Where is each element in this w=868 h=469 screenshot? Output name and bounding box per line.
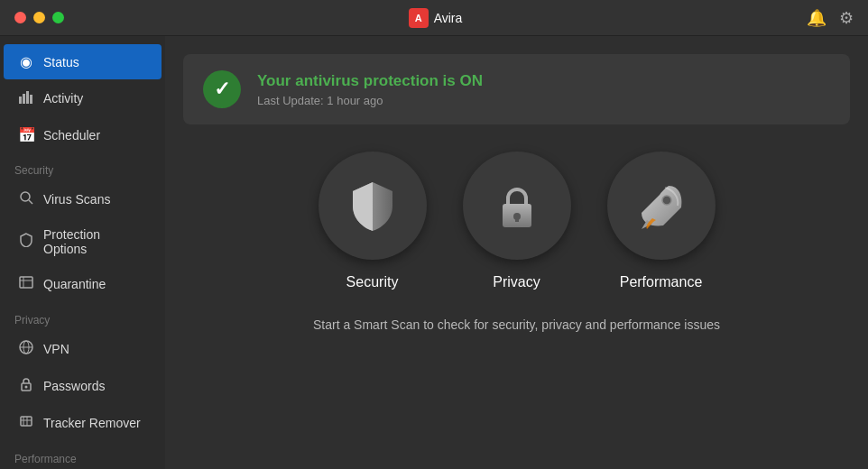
svg-point-4: [21, 192, 30, 201]
passwords-icon: [18, 377, 34, 395]
svg-rect-6: [20, 277, 32, 288]
svg-rect-0: [19, 97, 22, 104]
privacy-icon-circle: [463, 152, 571, 260]
main-layout: ◉ Status Activity 📅 Scheduler Security: [0, 36, 868, 469]
sidebar-label-vpn: VPN: [43, 342, 69, 356]
rocket-svg: [633, 177, 690, 234]
sidebar-item-scheduler[interactable]: 📅 Scheduler: [4, 117, 162, 152]
feature-card-security[interactable]: Security: [319, 152, 427, 290]
svg-rect-13: [21, 417, 32, 426]
maximize-button[interactable]: [52, 12, 64, 23]
svg-point-12: [25, 386, 28, 389]
privacy-section-label: Privacy: [0, 303, 165, 330]
security-icon-circle: [319, 152, 427, 260]
status-on: ON: [460, 72, 484, 89]
titlebar-actions: 🔔 ⚙: [807, 8, 854, 28]
status-title-prefix: Your antivirus protection is: [257, 72, 460, 89]
activity-icon: [18, 89, 34, 107]
close-button[interactable]: [14, 12, 26, 23]
performance-icon-circle: [607, 152, 716, 260]
lock-svg: [488, 177, 546, 234]
sidebar-label-tracker-remover: Tracker Remover: [43, 416, 141, 430]
content-area: ✓ Your antivirus protection is ON Last U…: [165, 36, 868, 469]
feature-card-privacy[interactable]: Privacy: [463, 152, 571, 290]
sidebar-item-quarantine[interactable]: Quarantine: [4, 266, 162, 302]
svg-rect-2: [26, 91, 29, 104]
sidebar-label-passwords: Passwords: [43, 379, 105, 393]
tracker-remover-icon: [18, 414, 34, 432]
feature-cards: Security: [183, 152, 850, 290]
status-icon: ◉: [18, 53, 34, 70]
sidebar-item-virus-scans[interactable]: Virus Scans: [4, 181, 162, 217]
sidebar-item-status[interactable]: ◉ Status: [4, 44, 162, 79]
feature-card-performance[interactable]: Performance: [607, 152, 716, 290]
svg-rect-19: [515, 216, 519, 222]
performance-card-label: Performance: [620, 274, 703, 290]
app-title: Avira: [434, 11, 463, 25]
sidebar-label-virus-scans: Virus Scans: [43, 192, 110, 207]
sidebar-item-activity[interactable]: Activity: [4, 80, 162, 116]
sidebar: ◉ Status Activity 📅 Scheduler Security: [0, 36, 165, 469]
svg-line-5: [29, 200, 32, 204]
status-banner: ✓ Your antivirus protection is ON Last U…: [183, 54, 850, 124]
sidebar-item-vpn[interactable]: VPN: [4, 331, 162, 367]
window-controls: [14, 12, 64, 23]
checkmark-icon: ✓: [214, 78, 230, 101]
sidebar-item-passwords[interactable]: Passwords: [4, 368, 162, 404]
status-title: Your antivirus protection is ON: [257, 72, 483, 90]
minimize-button[interactable]: [33, 12, 45, 23]
virus-scans-icon: [18, 190, 34, 208]
smart-scan-text: Start a Smart Scan to check for security…: [183, 317, 850, 332]
sidebar-label-scheduler: Scheduler: [43, 128, 100, 143]
scheduler-icon: 📅: [18, 126, 34, 143]
svg-point-20: [662, 196, 671, 205]
avira-logo: A: [409, 8, 429, 28]
svg-rect-1: [23, 94, 25, 104]
status-check-circle: ✓: [203, 70, 241, 108]
performance-section-label: Performance: [0, 442, 165, 469]
svg-rect-3: [30, 95, 32, 104]
titlebar: A Avira 🔔 ⚙: [0, 0, 868, 36]
quarantine-icon: [18, 275, 34, 293]
privacy-card-label: Privacy: [493, 274, 540, 290]
status-text: Your antivirus protection is ON Last Upd…: [257, 72, 483, 107]
sidebar-label-quarantine: Quarantine: [43, 277, 106, 291]
vpn-icon: [18, 340, 34, 358]
security-card-label: Security: [346, 274, 399, 290]
sidebar-item-protection-options[interactable]: Protection Options: [4, 218, 162, 265]
app-title-area: A Avira: [409, 8, 463, 28]
protection-options-icon: [18, 233, 34, 251]
settings-icon[interactable]: ⚙: [839, 8, 854, 28]
sidebar-label-status: Status: [43, 55, 79, 69]
shield-svg: [344, 177, 402, 234]
sidebar-item-tracker-remover[interactable]: Tracker Remover: [4, 405, 162, 441]
security-section-label: Security: [0, 153, 165, 180]
sidebar-label-protection-options: Protection Options: [43, 227, 147, 256]
status-last-update: Last Update: 1 hour ago: [257, 94, 483, 107]
notification-icon[interactable]: 🔔: [807, 8, 826, 28]
sidebar-label-activity: Activity: [43, 91, 83, 106]
